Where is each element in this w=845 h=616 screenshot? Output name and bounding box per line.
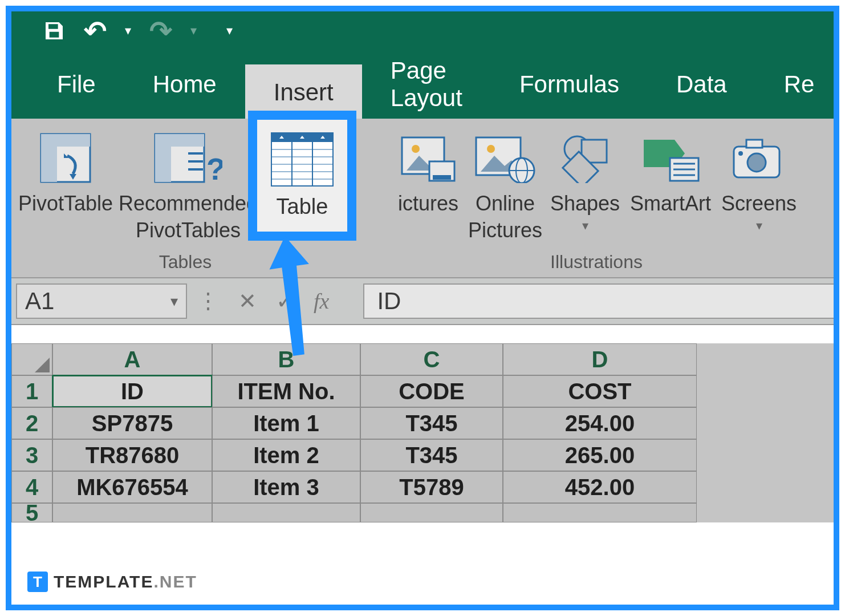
table-row: 2 SP7875 Item 1 T345 254.00 bbox=[11, 407, 834, 439]
table-button-label: Table bbox=[277, 194, 328, 219]
col-header-A[interactable]: A bbox=[52, 343, 212, 375]
cell-B4[interactable]: Item 3 bbox=[212, 471, 360, 503]
row-header-5[interactable]: 5 bbox=[11, 503, 52, 522]
rec-pivot-label-1: Recommended bbox=[119, 192, 258, 215]
quick-access-toolbar: ↶ ▾ ↷ ▾ ▾ bbox=[11, 11, 834, 50]
ribbon-tabs: File Home Insert Page Layout Formulas Da… bbox=[11, 50, 834, 119]
redo-icon: ↷ bbox=[149, 15, 172, 47]
cell-D1[interactable]: COST bbox=[503, 375, 697, 407]
watermark-logo-icon: T bbox=[27, 572, 48, 592]
row-header-1[interactable]: 1 bbox=[11, 375, 52, 407]
illustrations-group-label: Illustrations bbox=[550, 252, 643, 277]
tab-home[interactable]: Home bbox=[124, 50, 245, 119]
smartart-icon bbox=[639, 128, 702, 188]
svg-point-26 bbox=[412, 145, 420, 153]
save-icon[interactable] bbox=[43, 19, 66, 42]
svg-text:?: ? bbox=[206, 152, 222, 183]
pictures-label: ictures bbox=[398, 192, 458, 215]
redo-dropdown-icon: ▾ bbox=[190, 23, 197, 38]
cell-A3[interactable]: TR87680 bbox=[52, 439, 212, 471]
undo-dropdown-icon[interactable]: ▾ bbox=[125, 23, 131, 38]
col-header-D[interactable]: D bbox=[503, 343, 697, 375]
name-box[interactable]: A1 ▾ bbox=[16, 283, 187, 319]
cell-D5[interactable] bbox=[503, 503, 697, 522]
table-row: 1 ID ITEM No. CODE COST bbox=[11, 375, 834, 407]
cell-D2[interactable]: 254.00 bbox=[503, 407, 697, 439]
pictures-button[interactable]: ictures bbox=[391, 124, 465, 252]
svg-rect-45 bbox=[746, 140, 762, 148]
undo-icon[interactable]: ↶ bbox=[84, 15, 107, 47]
shapes-drop-icon: ▾ bbox=[582, 218, 588, 233]
shapes-icon bbox=[556, 128, 614, 188]
tab-page-layout[interactable]: Page Layout bbox=[362, 50, 491, 119]
row-header-2[interactable]: 2 bbox=[11, 407, 52, 439]
cell-B2[interactable]: Item 1 bbox=[212, 407, 360, 439]
svg-point-46 bbox=[748, 153, 766, 172]
cell-B5[interactable] bbox=[212, 503, 360, 522]
cell-C4[interactable]: T5789 bbox=[360, 471, 503, 503]
col-header-B[interactable]: B bbox=[212, 343, 360, 375]
formula-cancel-icon[interactable]: ✕ bbox=[238, 289, 257, 314]
online-pictures-icon bbox=[474, 128, 537, 188]
select-all-corner[interactable] bbox=[11, 343, 52, 375]
screenshot-label: Screens bbox=[721, 192, 797, 215]
app-frame: ↶ ▾ ↷ ▾ ▾ File Home Insert Page Layout F… bbox=[6, 6, 839, 610]
formula-dots-icon[interactable]: ⋮ bbox=[197, 289, 219, 314]
svg-point-31 bbox=[487, 145, 495, 153]
cell-C1[interactable]: CODE bbox=[360, 375, 503, 407]
customize-qat-icon[interactable]: ▾ bbox=[226, 23, 233, 38]
cell-D4[interactable]: 452.00 bbox=[503, 471, 697, 503]
pictures-icon bbox=[400, 128, 457, 188]
recommended-pivottables-button[interactable]: ? Recommended PivotTables bbox=[117, 124, 259, 252]
tab-formulas[interactable]: Formulas bbox=[491, 50, 648, 119]
smartart-button[interactable]: SmartArt bbox=[625, 124, 716, 252]
formula-bar-buttons: ⋮ ✕ ✓ fx bbox=[197, 289, 329, 314]
tab-file[interactable]: File bbox=[29, 50, 124, 119]
watermark-net: .NET bbox=[153, 572, 197, 591]
recommended-pivottables-icon: ? bbox=[154, 128, 222, 188]
table-icon bbox=[271, 132, 334, 189]
pivottable-label: PivotTable bbox=[18, 192, 113, 215]
screenshot-button[interactable]: Screens ▾ bbox=[716, 124, 802, 252]
rec-pivot-label-2: PivotTables bbox=[136, 218, 241, 242]
smartart-label: SmartArt bbox=[630, 192, 711, 215]
fx-icon[interactable]: fx bbox=[314, 289, 329, 314]
row-header-4[interactable]: 4 bbox=[11, 471, 52, 503]
online-pics-l2: Pictures bbox=[468, 218, 542, 242]
cell-C2[interactable]: T345 bbox=[360, 407, 503, 439]
formula-input[interactable]: ID bbox=[363, 283, 834, 319]
cell-A4[interactable]: MK676554 bbox=[52, 471, 212, 503]
svg-rect-15 bbox=[41, 134, 90, 147]
row-header-3[interactable]: 3 bbox=[11, 439, 52, 471]
tab-data[interactable]: Data bbox=[648, 50, 755, 119]
col-header-C[interactable]: C bbox=[360, 343, 503, 375]
cell-B1[interactable]: ITEM No. bbox=[212, 375, 360, 407]
table-row: 3 TR87680 Item 2 T345 265.00 bbox=[11, 439, 834, 471]
name-box-dropdown-icon[interactable]: ▾ bbox=[170, 293, 178, 310]
cell-C5[interactable] bbox=[360, 503, 503, 522]
cell-A2[interactable]: SP7875 bbox=[52, 407, 212, 439]
cell-B3[interactable]: Item 2 bbox=[212, 439, 360, 471]
svg-point-47 bbox=[738, 151, 743, 156]
cell-C3[interactable]: T345 bbox=[360, 439, 503, 471]
table-row-partial: 5 bbox=[11, 503, 834, 522]
watermark-brand: TEMPLATE bbox=[54, 572, 153, 591]
tab-review[interactable]: Re bbox=[755, 50, 839, 119]
cell-A1[interactable]: ID bbox=[52, 375, 212, 407]
watermark: T TEMPLATE.NET bbox=[27, 572, 197, 592]
table-row: 4 MK676554 Item 3 T5789 452.00 bbox=[11, 471, 834, 503]
formula-bar: A1 ▾ ⋮ ✕ ✓ fx ID bbox=[11, 278, 834, 325]
table-button-highlight[interactable]: Table bbox=[248, 111, 356, 241]
ribbon-group-illustrations: ictures Online Pictures Shapes ▾ bbox=[359, 124, 834, 277]
pivottable-button[interactable]: PivotTable bbox=[14, 124, 117, 252]
formula-enter-icon[interactable]: ✓ bbox=[276, 289, 294, 314]
screenshot-drop-icon: ▾ bbox=[756, 218, 762, 233]
svg-rect-20 bbox=[155, 134, 204, 147]
svg-rect-29 bbox=[433, 175, 451, 180]
cell-D3[interactable]: 265.00 bbox=[503, 439, 697, 471]
pivottable-icon bbox=[40, 128, 91, 188]
spreadsheet: A B C D 1 ID ITEM No. CODE COST 2 SP7875… bbox=[11, 343, 834, 522]
shapes-button[interactable]: Shapes ▾ bbox=[545, 124, 625, 252]
online-pictures-button[interactable]: Online Pictures bbox=[465, 124, 545, 252]
cell-A5[interactable] bbox=[52, 503, 212, 522]
